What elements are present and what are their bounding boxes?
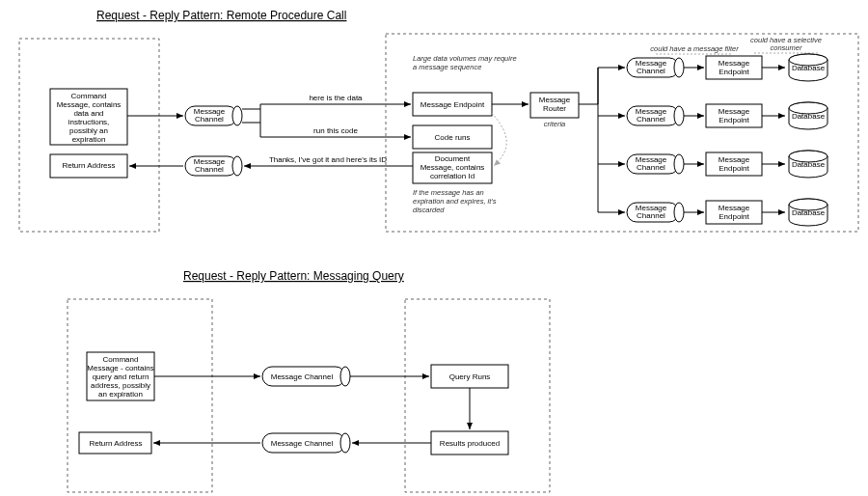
svg-text:Channel: Channel <box>637 163 665 172</box>
dotted-endpoint-to-doc <box>492 113 506 166</box>
svg-text:Message: Message <box>719 155 750 164</box>
doc-msg-l3: correlation Id <box>430 172 475 180</box>
message-channel-q2: Message Channel <box>262 433 350 453</box>
svg-point-48 <box>340 433 350 453</box>
svg-text:Channel: Channel <box>637 211 665 220</box>
diagram-canvas: Request - Reply Pattern: Remote Procedur… <box>0 0 868 496</box>
cmd2-l5: an expiration <box>98 390 143 399</box>
svg-text:Endpoint: Endpoint <box>719 212 749 221</box>
command-message-l5: possibly an <box>69 126 108 135</box>
doc-msg-l1: Document <box>435 154 471 163</box>
expire-l1: If the message has an <box>413 188 484 197</box>
criteria-label: criteria <box>544 120 566 128</box>
expire-l3: discarded <box>413 206 445 214</box>
svg-text:Message: Message <box>719 204 750 212</box>
message-channel-q1: Message Channel <box>262 367 350 386</box>
svg-text:Message: Message <box>719 107 750 116</box>
svg-text:Database: Database <box>792 112 826 121</box>
server-system-box-2 <box>405 299 550 492</box>
cmd2-l4: address, possibly <box>91 381 150 390</box>
message-endpoint-label: Message Endpoint <box>420 100 485 109</box>
svg-text:Endpoint: Endpoint <box>719 116 749 124</box>
cmd2-l1: Command <box>103 355 139 364</box>
svg-point-5 <box>232 156 242 176</box>
cmd2-l2: Message - contains <box>87 364 153 372</box>
could-filter-label: could have a message filter <box>650 44 739 53</box>
cmd2-l3: query and return <box>93 372 149 381</box>
svg-text:Channel: Channel <box>637 67 665 75</box>
return-address-2-label: Return Address <box>89 439 142 448</box>
large-data-l2: a message sequence <box>413 63 481 71</box>
svg-text:Message Channel: Message Channel <box>271 372 334 381</box>
title-rpc: Request - Reply Pattern: Remote Procedur… <box>96 9 346 22</box>
return-address-label: Return Address <box>62 161 115 170</box>
svg-text:Database: Database <box>792 208 826 217</box>
svg-text:Database: Database <box>792 160 826 169</box>
got-it-label: Thanks, I've got it and here's its ID <box>269 155 387 164</box>
svg-text:Endpoint: Endpoint <box>719 164 749 173</box>
command-message-l4: instructions, <box>68 118 110 126</box>
message-channel-r2: MessageChannel <box>627 106 684 125</box>
message-channel-2: Message Channel <box>185 156 242 176</box>
router-vline <box>579 68 598 212</box>
expire-l2: expiration and expires, it's <box>413 197 497 206</box>
message-channel-r4: MessageChannel <box>627 203 684 222</box>
command-message-l6: expiration <box>72 135 106 144</box>
svg-point-9 <box>674 58 684 77</box>
code-runs-label: Code runs <box>435 133 471 142</box>
database-r4: Database <box>789 199 827 226</box>
doc-msg-l2: Message, contains <box>420 163 485 172</box>
svg-point-1 <box>232 106 242 125</box>
command-message-l1: Command <box>71 92 107 100</box>
message-channel-1: Message Channel <box>185 106 242 125</box>
here-data-label: here is the data <box>309 94 363 102</box>
svg-text:Channel: Channel <box>637 115 665 124</box>
svg-text:Endpoint: Endpoint <box>719 68 749 76</box>
database-r3: Database <box>789 151 827 178</box>
svg-text:Channel: Channel <box>195 115 224 124</box>
svg-text:Message: Message <box>719 59 750 68</box>
run-code-label: run this code <box>313 126 358 135</box>
query-runs-label: Query Runs <box>449 372 491 381</box>
router-l2: Router <box>543 104 566 113</box>
message-channel-r1: MessageChannel <box>627 58 684 77</box>
large-data-l1: Large data volumes may require <box>413 54 517 63</box>
title-query: Request - Reply Pattern: Messaging Query <box>183 269 404 283</box>
results-produced-label: Results produced <box>440 439 500 448</box>
svg-text:Message Channel: Message Channel <box>271 439 334 448</box>
svg-text:Channel: Channel <box>195 165 224 174</box>
svg-point-27 <box>674 154 684 174</box>
router-l1: Message <box>539 96 571 104</box>
svg-text:Database: Database <box>792 64 826 72</box>
svg-point-18 <box>674 106 684 125</box>
svg-point-45 <box>340 367 350 386</box>
command-message-l3: data and <box>73 109 103 118</box>
svg-point-36 <box>674 203 684 222</box>
command-message-l2: Message, contains <box>57 100 122 109</box>
database-r1: Database <box>789 54 827 81</box>
message-channel-r3: MessageChannel <box>627 154 684 174</box>
database-r2: Database <box>789 102 827 129</box>
could-selective-l2: consumer <box>771 43 802 52</box>
